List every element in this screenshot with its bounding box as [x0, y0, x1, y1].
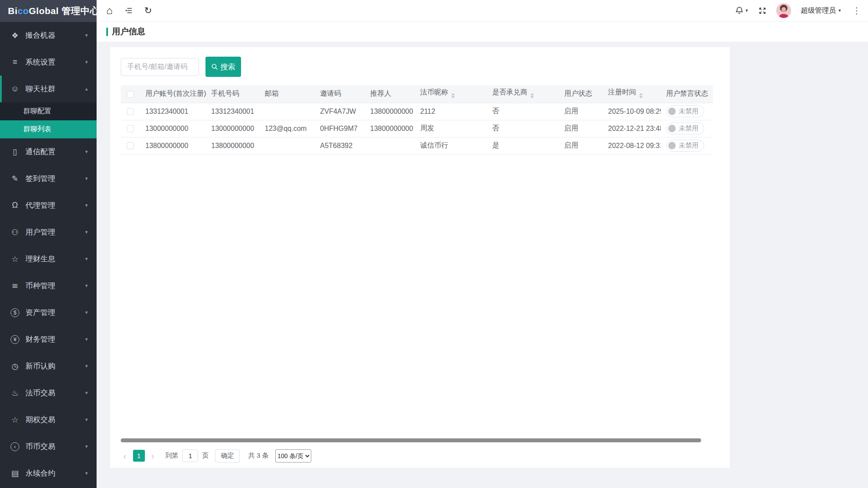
agent-management-icon: Ω — [10, 201, 20, 210]
chevron-down-icon: ▼ — [84, 257, 89, 261]
finance-management-icon: ¥ — [11, 335, 19, 344]
cell-phone: 13000000000 — [206, 120, 259, 137]
next-page-button[interactable]: › — [149, 452, 157, 460]
sidebar-item-finance-management[interactable]: ¥财务管理▼ — [0, 326, 97, 353]
toggle-dot-icon — [668, 142, 676, 149]
user-management-icon: ⚇ — [10, 228, 20, 237]
user-menu[interactable]: 超级管理员 ▼ — [801, 6, 842, 15]
chevron-down-icon: ▼ — [84, 149, 89, 154]
page-size-select[interactable]: 100 条/页 — [275, 449, 311, 463]
logo-part: co — [18, 6, 29, 16]
chevron-down-icon: ▼ — [84, 203, 89, 208]
sort-icon[interactable] — [639, 91, 643, 100]
mute-status-toggle[interactable]: 未禁用 — [666, 105, 704, 117]
column-header-is-merchant[interactable]: 是否承兑商 — [487, 85, 559, 103]
chevron-up-icon: ▲ — [84, 87, 89, 91]
sidebar-item-label: 期权交易 — [25, 415, 84, 425]
table-row: 1331234000113312340001ZVF4A7JW1380000000… — [121, 103, 713, 120]
spot-trading-icon: ‹ — [11, 442, 19, 451]
page-button-1[interactable]: 1 — [133, 450, 145, 462]
search-input[interactable] — [121, 58, 199, 76]
more-options-icon[interactable]: ⋮ — [851, 5, 862, 16]
cell-register-time: 2025-10-09 08:29:56 — [603, 103, 661, 120]
sidebar-item-user-management[interactable]: ⚇用户管理▼ — [0, 219, 97, 246]
column-header-referrer: 推荐人 — [365, 85, 415, 103]
fullscreen-icon[interactable] — [758, 7, 767, 15]
checkin-management-icon: ✎ — [10, 174, 20, 184]
sidebar-item-coin-management[interactable]: ≋币种管理▼ — [0, 272, 97, 299]
confirm-button[interactable]: 确定 — [215, 449, 240, 463]
sidebar-menu: ❖撮合机器▼≡系统设置▼☺聊天社群▲群聊配置群聊列表▯通信配置▼✎签到管理▼Ω代… — [0, 22, 97, 487]
mute-status-toggle[interactable]: 未禁用 — [666, 123, 704, 134]
cell-referrer — [365, 137, 415, 154]
sidebar-item-fiat-trading[interactable]: ♨法币交易▼ — [0, 380, 97, 406]
mute-status-label: 未禁用 — [679, 141, 699, 150]
horizontal-scrollbar[interactable] — [121, 438, 719, 443]
sidebar-item-label: 资产管理 — [25, 307, 84, 318]
content-area: 搜索 用户账号(首次注册)手机号码邮箱邀请码推荐人法币昵称是否承兑商用户状态注册… — [97, 42, 868, 488]
column-header-email: 邮箱 — [259, 85, 315, 103]
cell-user-status: 启用 — [559, 103, 603, 120]
scrollbar-thumb[interactable] — [121, 438, 701, 442]
sidebar-item-label: 理财生息 — [25, 254, 84, 264]
notifications-button[interactable]: ▼ — [735, 6, 749, 15]
avatar[interactable] — [776, 3, 791, 18]
chevron-down-icon: ▼ — [745, 8, 749, 13]
sidebar-item-options-trading[interactable]: ☆期权交易▼ — [0, 406, 97, 433]
cell-invite-code: A5T68392 — [315, 137, 365, 154]
cell-fiat-nickname: 2112 — [415, 103, 487, 120]
chevron-down-icon: ▼ — [84, 176, 89, 181]
communication-config-icon: ▯ — [10, 147, 20, 157]
cell-fiat-nickname: 周发 — [415, 120, 487, 137]
cell-referrer: 13800000000 — [365, 120, 415, 137]
column-header-account: 用户账号(首次注册) — [140, 85, 206, 103]
sidebar-item-new-coin-subscription[interactable]: ◷新币认购▼ — [0, 353, 97, 380]
user-table: 用户账号(首次注册)手机号码邮箱邀请码推荐人法币昵称是否承兑商用户状态注册时间用… — [121, 85, 713, 155]
options-trading-icon: ☆ — [10, 415, 20, 425]
collapse-sidebar-icon[interactable] — [124, 6, 133, 15]
toggle-dot-icon — [668, 108, 676, 115]
sidebar-subitem-group-chat-config[interactable]: 群聊配置 — [0, 102, 97, 120]
row-checkbox[interactable] — [127, 108, 134, 115]
cell-register-time: 2022-08-12 09:31:09 — [603, 137, 661, 154]
mute-status-toggle[interactable]: 未禁用 — [666, 140, 704, 152]
sidebar-item-label: 法币交易 — [25, 388, 84, 398]
sidebar-item-system-settings[interactable]: ≡系统设置▼ — [0, 49, 97, 76]
sort-icon[interactable] — [451, 91, 455, 100]
sidebar-item-spot-trading[interactable]: ‹币币交易▼ — [0, 433, 97, 460]
sidebar-item-agent-management[interactable]: Ω代理管理▼ — [0, 192, 97, 219]
cell-email — [259, 137, 315, 154]
sidebar-item-checkin-management[interactable]: ✎签到管理▼ — [0, 165, 97, 192]
column-header-mute-status: 用户禁言状态 — [661, 85, 713, 103]
sidebar-item-communication-config[interactable]: ▯通信配置▼ — [0, 138, 97, 165]
cell-is-merchant: 是 — [487, 137, 559, 154]
sidebar-item-asset-management[interactable]: $资产管理▼ — [0, 299, 97, 326]
sidebar-submenu: 群聊配置群聊列表 — [0, 102, 97, 138]
select-all-checkbox[interactable] — [127, 91, 134, 98]
sidebar-item-label: 撮合机器 — [25, 30, 84, 40]
sidebar-item-matching-robot[interactable]: ❖撮合机器▼ — [0, 22, 97, 49]
page-jump-input[interactable] — [182, 449, 198, 462]
sidebar-item-label: 币币交易 — [25, 441, 84, 452]
user-name: 超级管理员 — [801, 6, 836, 15]
coin-management-icon: ≋ — [10, 281, 20, 291]
row-checkbox[interactable] — [127, 125, 134, 132]
sidebar-item-perpetual-contract[interactable]: ▤永续合约▼ — [0, 460, 97, 487]
prev-page-button[interactable]: ‹ — [121, 452, 129, 460]
column-header-register-time[interactable]: 注册时间 — [603, 85, 661, 103]
home-icon[interactable]: ⌂ — [106, 4, 113, 17]
sort-icon[interactable] — [530, 91, 534, 100]
search-button[interactable]: 搜索 — [205, 57, 241, 77]
chevron-down-icon: ▼ — [84, 471, 89, 476]
jump-prefix-label: 到第 — [165, 452, 178, 460]
cell-mute-status: 未禁用 — [661, 137, 713, 154]
sidebar-item-chat-community[interactable]: ☺聊天社群▲ — [0, 76, 97, 102]
cell-fiat-nickname: 诚信币行 — [415, 137, 487, 154]
sidebar-subitem-group-chat-list[interactable]: 群聊列表 — [0, 120, 97, 138]
refresh-icon[interactable]: ↻ — [144, 5, 152, 16]
sidebar-item-label: 聊天社群 — [25, 84, 84, 94]
column-header-fiat-nickname[interactable]: 法币昵称 — [415, 85, 487, 103]
mute-status-label: 未禁用 — [679, 107, 699, 116]
sidebar-item-wealth-interest[interactable]: ☆理财生息▼ — [0, 246, 97, 272]
row-checkbox[interactable] — [127, 142, 134, 149]
